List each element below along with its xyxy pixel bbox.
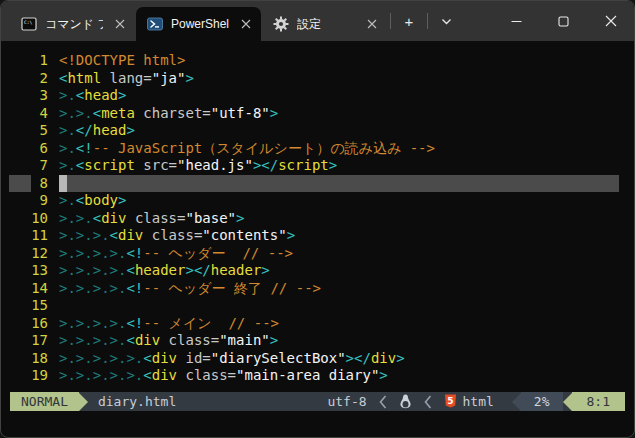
svg-text:C:\: C:\ [24,20,33,25]
code-line[interactable]: 17>.>.>.>.<div class="main"> [9,332,619,350]
new-tab-button[interactable]: + [394,6,424,36]
sign-column [9,210,31,228]
sign-column [9,52,31,70]
line-number: 9 [31,192,48,210]
line-number: 15 [31,297,48,315]
line-number: 18 [31,350,48,368]
sign-column [9,350,31,368]
line-number: 19 [31,367,48,385]
sign-column [9,192,31,210]
tab-label: PowerShell [171,17,229,31]
code-line[interactable]: 18>.>.>.>.>.<div id="diarySelectBox"></d… [9,350,619,368]
tab-powershell[interactable]: PowerShell [136,7,261,41]
tab-settings[interactable]: 設定 [262,7,387,41]
powershell-icon [147,16,163,32]
tabbar-divider [427,13,428,29]
line-number: 12 [31,245,48,263]
line-number: 8 [31,175,48,193]
tab-bar: C:\ コマンド プロンプト PowerShell [1,1,634,41]
minimize-button[interactable] [493,1,540,41]
terminal-pane: 1<!DOCTYPE html>2<html lang="ja">3>.<hea… [1,41,634,437]
chevron-down-icon [441,16,452,27]
sign-column [9,245,31,263]
maximize-icon [558,16,569,27]
code-text: >.>.<meta charset="utf-8"> [59,105,619,123]
close-tab-icon[interactable] [237,15,255,33]
sign-column [9,280,31,298]
maximize-button[interactable] [540,1,587,41]
line-number: 13 [31,262,48,280]
tab-strip: C:\ コマンド プロンプト PowerShell [10,7,387,41]
code-line[interactable]: 15 [9,297,619,315]
scroll-percent-label: 2% [521,392,563,411]
code-text: >.<head> [59,87,619,105]
code-line[interactable]: 10>.>.<div class="base"> [9,210,619,228]
code-line[interactable]: 1<!DOCTYPE html> [9,52,619,70]
sign-column [9,332,31,350]
sign-column [9,227,31,245]
line-number: 6 [31,140,48,158]
sign-column [9,70,31,88]
line-number: 2 [31,70,48,88]
code-text: <html lang="ja"> [59,70,619,88]
code-line[interactable]: 8 [9,175,619,193]
sign-column [9,87,31,105]
code-line[interactable]: 13>.>.>.>.<header></header> [9,262,619,280]
close-tab-icon[interactable] [111,15,129,33]
code-line[interactable]: 2<html lang="ja"> [9,70,619,88]
code-line[interactable]: 4>.>.<meta charset="utf-8"> [9,105,619,123]
svg-text:5: 5 [447,396,453,406]
code-text: >.</head> [59,122,619,140]
code-line[interactable]: 5>.</head> [9,122,619,140]
code-line[interactable]: 11>.>.>.<div class="contents"> [9,227,619,245]
tab-command-prompt[interactable]: C:\ コマンド プロンプト [10,7,135,41]
cursor-block [59,175,67,192]
filetype-label: html [463,394,494,409]
cursor-position-label: 8:1 [572,392,625,411]
close-icon [605,15,617,27]
filename-label: diary.html [98,394,176,409]
line-number: 7 [31,157,48,175]
code-text: >.>.>.>.<!-- メイン // --> [59,315,619,333]
code-line[interactable]: 3>.<head> [9,87,619,105]
close-window-button[interactable] [587,1,634,41]
code-line[interactable]: 6>.<!-- JavaScript（スタイルシート）の読み込み --> [9,140,619,158]
tab-label: 設定 [297,16,355,33]
code-text: >.>.>.>.<!-- ヘッダー 終了 // --> [59,280,619,298]
line-number: 11 [31,227,48,245]
code-line[interactable]: 19>.>.>.>.>.<div class="main-area diary"… [9,367,619,385]
code-area: 1<!DOCTYPE html>2<html lang="ja">3>.<hea… [1,41,634,392]
sign-column [9,297,31,315]
code-line[interactable]: 16>.>.>.>.<!-- メイン // --> [9,315,619,333]
sign-column [9,122,31,140]
sign-column [9,157,31,175]
close-tab-icon[interactable] [363,15,381,33]
sign-column [9,367,31,385]
code-text: >.>.>.>.>.<div id="diarySelectBox"></div… [59,350,619,368]
line-number: 14 [31,280,48,298]
code-text: >.>.>.<div class="contents"> [59,227,619,245]
code-line[interactable]: 12>.>.>.>.<!-- ヘッダー // --> [9,245,619,263]
code-text: >.<script src="head.js"></script> [59,157,619,175]
line-number: 1 [31,52,48,70]
vim-command-line[interactable] [1,411,634,431]
cmd-prompt-icon: C:\ [21,16,37,32]
code-line[interactable]: 14>.>.>.>.<!-- ヘッダー 終了 // --> [9,280,619,298]
code-line[interactable]: 7>.<script src="head.js"></script> [9,157,619,175]
sign-column [9,175,31,193]
line-number: 3 [31,87,48,105]
tabbar-divider [390,13,391,29]
line-number: 10 [31,210,48,228]
sign-column [9,315,31,333]
terminal-window: C:\ コマンド プロンプト PowerShell [0,0,635,438]
code-line[interactable]: 9>.<body> [9,192,619,210]
code-text: >.>.<div class="base"> [59,210,619,228]
code-text: >.<!-- JavaScript（スタイルシート）の読み込み --> [59,140,619,158]
tab-label: コマンド プロンプト [45,16,103,33]
line-number: 5 [31,122,48,140]
code-text: >.>.>.>.<header></header> [59,262,619,280]
sign-column [9,140,31,158]
tab-dropdown-button[interactable] [431,6,461,36]
powerline-separator [79,393,88,411]
code-text [59,175,619,193]
